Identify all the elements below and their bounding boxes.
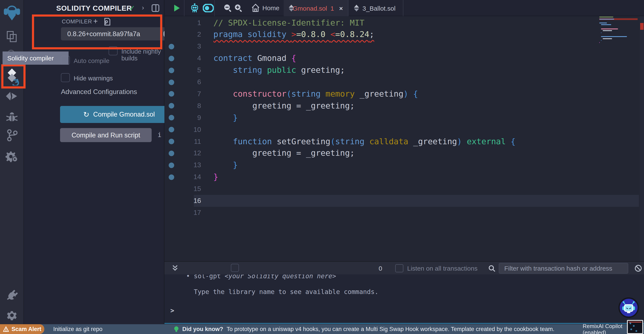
tab-ballot[interactable]: 3_Ballot.sol bbox=[349, 0, 403, 16]
tab-gmonad-error-badge: 1 bbox=[330, 4, 334, 12]
code-editor[interactable]: 1234567891011121314151617 // SPDX-Licens… bbox=[164, 16, 644, 261]
terminal-search-icon[interactable] bbox=[488, 265, 495, 272]
home-tab-label[interactable]: Home bbox=[262, 4, 280, 11]
activity-bar bbox=[0, 0, 24, 324]
code-line: function setGreeting(string calldata _gr… bbox=[214, 135, 516, 147]
gutter-breakpoint-dot[interactable] bbox=[169, 127, 174, 132]
line-number[interactable]: 17 bbox=[176, 207, 201, 219]
gutter-breakpoint-dot[interactable] bbox=[169, 151, 174, 156]
tab-gmonad[interactable]: Gmonad.sol 1 × bbox=[284, 0, 348, 16]
line-number[interactable]: 5 bbox=[176, 64, 201, 76]
gutter-breakpoint-dot[interactable] bbox=[169, 115, 174, 120]
check-icon: ✓ bbox=[129, 4, 135, 13]
terminal-prompt: > bbox=[170, 307, 174, 315]
minimap-line bbox=[599, 22, 607, 23]
gutter-breakpoint-dot[interactable] bbox=[169, 79, 174, 85]
gutter-breakpoint-dot[interactable] bbox=[169, 139, 174, 144]
status-bar: Scam Alert Initialize as git repo Did yo… bbox=[0, 324, 644, 334]
tab-gmonad-label: Gmonad.sol bbox=[292, 4, 327, 12]
info-icon[interactable]: i bbox=[158, 131, 162, 139]
line-number[interactable]: 8 bbox=[176, 100, 201, 112]
line-number[interactable]: 10 bbox=[176, 124, 201, 135]
annotation-box-compiler bbox=[32, 14, 162, 49]
gutter-breakpoint-dot[interactable] bbox=[169, 91, 174, 97]
line-number[interactable]: 7 bbox=[176, 88, 201, 100]
tab-close-icon[interactable]: × bbox=[339, 4, 343, 12]
hide-warnings-checkbox[interactable] bbox=[61, 73, 70, 82]
zoom-in-icon[interactable] bbox=[234, 4, 243, 14]
code-line: greeting = _greeting; bbox=[214, 147, 354, 159]
tab-ballot-label: 3_Ballot.sol bbox=[362, 4, 396, 12]
run-script-icon[interactable] bbox=[172, 4, 181, 14]
did-you-know-label: Did you know? bbox=[182, 326, 223, 332]
deploy-run-icon[interactable] bbox=[0, 91, 24, 103]
refresh-icon: ↻ bbox=[83, 110, 90, 119]
annotation-box-compiler-icon bbox=[1, 64, 26, 88]
chevron-right-icon[interactable]: › bbox=[142, 4, 144, 11]
debugger-icon[interactable] bbox=[0, 111, 24, 124]
plugin-runner-icon[interactable] bbox=[0, 150, 24, 163]
listen-transactions-checkbox[interactable] bbox=[395, 264, 403, 272]
line-number[interactable]: 4 bbox=[176, 52, 201, 64]
clear-console-icon[interactable] bbox=[635, 265, 642, 272]
auto-compile-label: Auto compile bbox=[74, 57, 110, 64]
compile-and-run-button[interactable]: Compile and Run script bbox=[60, 128, 152, 142]
advanced-configurations-label[interactable]: Advanced Configurations bbox=[61, 88, 137, 96]
minimap-line bbox=[601, 40, 602, 41]
plugin-manager-icon[interactable] bbox=[0, 288, 24, 301]
line-number[interactable]: 6 bbox=[176, 76, 201, 88]
gutter-breakpoint-dot[interactable] bbox=[169, 55, 174, 61]
line-number[interactable]: 9 bbox=[176, 112, 201, 124]
zoom-out-icon[interactable] bbox=[224, 4, 232, 14]
solidity-compiler-tooltip: Solidity compiler bbox=[2, 51, 68, 65]
editor-scrollbar[interactable] bbox=[640, 16, 644, 261]
remix-ai-assistant-button[interactable] bbox=[618, 298, 639, 318]
minimap-line bbox=[601, 32, 602, 33]
line-number[interactable]: 14 bbox=[176, 171, 201, 183]
compile-and-run-label: Compile and Run script bbox=[72, 131, 140, 139]
split-panel-icon[interactable] bbox=[151, 4, 160, 12]
git-icon[interactable] bbox=[0, 129, 24, 142]
warning-icon bbox=[3, 326, 9, 332]
code-line: } bbox=[214, 159, 238, 171]
home-icon[interactable] bbox=[251, 3, 260, 14]
gutter-breakpoint-dot[interactable] bbox=[169, 67, 174, 73]
tab-bar: Home Gmonad.sol 1 × 3_Ballot.sol bbox=[164, 0, 644, 16]
solidity-file-icon bbox=[289, 5, 289, 11]
editor-minimap[interactable] bbox=[599, 16, 638, 102]
screenshot-thumbnail[interactable] bbox=[627, 320, 643, 334]
compile-button[interactable]: ↻ Compile Gmonad.sol bbox=[60, 106, 178, 123]
line-number[interactable]: 2 bbox=[176, 29, 201, 41]
git-init-label[interactable]: Initialize as git repo bbox=[53, 326, 102, 332]
scam-alert-badge[interactable]: Scam Alert bbox=[0, 324, 44, 334]
code-line: greeting = _greeting; bbox=[214, 100, 354, 112]
gutter-breakpoint-dot[interactable] bbox=[169, 163, 174, 168]
gutter-breakpoint-dot[interactable] bbox=[169, 103, 174, 109]
remix-logo-icon[interactable] bbox=[0, 2, 24, 22]
settings-icon[interactable] bbox=[0, 309, 24, 322]
line-number[interactable]: 13 bbox=[176, 159, 201, 171]
gutter-breakpoint-dot[interactable] bbox=[169, 174, 174, 180]
minimap-line bbox=[599, 16, 613, 17]
copilot-toggle-icon[interactable] bbox=[203, 4, 214, 14]
line-number[interactable]: 1 bbox=[176, 17, 201, 29]
line-number[interactable]: 15 bbox=[176, 183, 201, 195]
line-number[interactable]: 11 bbox=[176, 135, 201, 147]
terminal-resize-handle[interactable] bbox=[164, 323, 644, 324]
hide-warnings-label: Hide warnings bbox=[74, 75, 113, 82]
minimap-line bbox=[603, 38, 612, 39]
terminal-output[interactable]: • sol-gpt <your Solidity question here> … bbox=[164, 275, 644, 324]
line-number[interactable]: 12 bbox=[176, 147, 201, 159]
line-number[interactable]: 16 bbox=[176, 195, 201, 207]
transaction-filter-input[interactable] bbox=[499, 263, 628, 274]
minimap-line bbox=[601, 36, 627, 37]
collapse-terminal-icon[interactable] bbox=[172, 265, 178, 272]
line-number[interactable]: 3 bbox=[176, 41, 201, 52]
code-line: // SPDX-License-Identifier: MIT bbox=[214, 17, 364, 29]
compile-button-label: Compile Gmonad.sol bbox=[93, 111, 155, 118]
gutter-breakpoint-dot[interactable] bbox=[169, 44, 174, 49]
file-explorer-icon[interactable] bbox=[0, 30, 24, 43]
code-line: } bbox=[214, 112, 238, 124]
ai-robot-icon[interactable] bbox=[190, 3, 199, 15]
lightbulb-icon bbox=[174, 326, 179, 333]
